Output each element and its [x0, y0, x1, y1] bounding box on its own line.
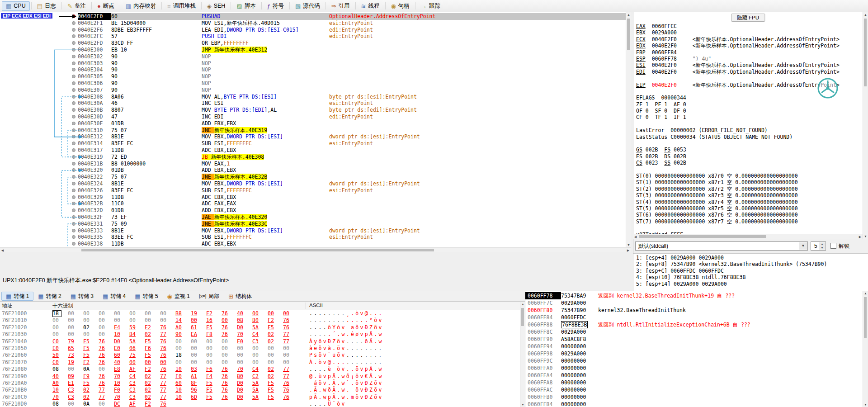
dump-byte[interactable]: 02	[145, 373, 160, 380]
register-line[interactable]: EDX 0040E2F0 <新年快乐样本.OptionalHeader.Addr…	[636, 43, 862, 49]
breakpoint-gutter[interactable]	[0, 94, 78, 100]
breakpoint-dot[interactable]	[72, 142, 75, 145]
dump-byte[interactable]: 96	[191, 387, 206, 393]
scroll-down-icon[interactable]: ▼	[863, 402, 868, 407]
dump-byte[interactable]: 18	[52, 310, 61, 317]
dump-byte[interactable]: F2	[145, 401, 160, 407]
argument-row[interactable]: 3: [esp+C] 0060FFDC 0060FFDC	[636, 268, 868, 274]
dump-byte[interactable]: DC	[114, 401, 129, 407]
dump-byte[interactable]: F9	[83, 373, 99, 380]
dump-ascii[interactable]: .Ã.wðÃ.w.–õvÐZõv	[309, 387, 383, 393]
dump-byte[interactable]: D0	[114, 338, 129, 345]
register-line[interactable]: CF 0 TF 1 IF 1	[636, 114, 862, 120]
dump-byte[interactable]: 00	[114, 310, 129, 317]
scrollbar-thumb[interactable]	[627, 19, 630, 50]
disasm-row[interactable]: 0040E32B11C0ADC EAX,EAX	[0, 200, 630, 207]
register-line[interactable]: ECX 0040E2F0 <新年快乐样本.OptionalHeader.Addr…	[636, 36, 862, 43]
disasm-row[interactable]: 0040E31711DBADC EBX,EBX	[0, 147, 630, 154]
dump-byte[interactable]: 77	[160, 373, 175, 380]
dump-byte[interactable]: 77	[283, 373, 298, 380]
dump-byte[interactable]: 00	[252, 359, 268, 366]
tab-log[interactable]: ▤日志	[33, 1, 60, 11]
dump-byte[interactable]: F5	[206, 324, 222, 331]
tab-notes[interactable]: ✎备注	[63, 1, 90, 11]
tab-trace[interactable]: →跟踪	[417, 1, 444, 11]
dump-byte[interactable]: 76	[160, 366, 175, 373]
dump-hex-bytes[interactable]: 5073F5766075F5761800000000000000	[52, 352, 298, 359]
dump-row[interactable]: 76F210D008000A00DCAFF276....Ü¯òv	[0, 401, 520, 407]
dump-byte[interactable]: C4	[252, 331, 268, 338]
dump-byte[interactable]: D0	[237, 380, 252, 387]
dump-byte[interactable]: C0	[52, 338, 68, 345]
dump-hex-bytes[interactable]: 4009F97670C40277F0A1F47680C20277	[52, 373, 298, 380]
register-line[interactable]: ST(5) 0000000000000000 x87r5 空 0.0000000…	[636, 205, 862, 212]
register-line[interactable]	[636, 140, 862, 147]
dump-byte[interactable]: 00	[83, 310, 99, 317]
dump-byte[interactable]: 16	[206, 317, 222, 324]
tab-breakpoints[interactable]: ●断点	[93, 1, 118, 11]
dump-byte[interactable]: 00	[83, 317, 99, 324]
dump-byte[interactable]: 10	[175, 366, 191, 373]
dump-byte[interactable]: 77	[160, 394, 175, 401]
dump-byte[interactable]: 00	[68, 317, 83, 324]
tab-locals[interactable]: [x=]局部	[194, 292, 224, 301]
dump-byte[interactable]: 09	[68, 373, 83, 380]
dump-byte[interactable]: 76	[222, 387, 237, 393]
breakpoint-gutter[interactable]	[0, 174, 78, 180]
disasm-row[interactable]: 0040E2F68DBE EB3FFFFFLEA EDI,DWORD PTR D…	[0, 27, 630, 33]
dump-byte[interactable]: 76	[160, 324, 175, 331]
dump-byte[interactable]: 00	[68, 324, 83, 331]
register-line[interactable]: EBX 0029A000	[636, 29, 862, 36]
dump-byte[interactable]: 70	[52, 394, 68, 401]
stack-row[interactable]: 0060FF7C0029A000	[525, 299, 863, 307]
tab-symbols[interactable]: ƒ符号	[263, 1, 288, 11]
breakpoint-dot[interactable]	[72, 48, 75, 52]
register-name[interactable]: SS	[664, 160, 670, 166]
dump-byte[interactable]: F5	[268, 380, 283, 387]
stack-row[interactable]: 0060FFA400000000	[525, 372, 863, 379]
breakpoint-dot[interactable]	[72, 242, 75, 246]
disasm-row[interactable]: 0040E32D01DBADD EBX,EBX	[0, 207, 630, 214]
dump-byte[interactable]: 76	[222, 331, 237, 338]
breakpoint-dot[interactable]	[72, 122, 75, 125]
breakpoint-gutter[interactable]	[0, 47, 78, 53]
breakpoint-gutter[interactable]	[0, 100, 78, 107]
register-line[interactable]: EBP 0060FF84	[636, 49, 862, 56]
dump-byte[interactable]: 00	[52, 324, 68, 331]
breakpoint-dot[interactable]	[72, 175, 75, 179]
dump-byte[interactable]: C3	[129, 387, 145, 393]
breakpoint-gutter[interactable]	[0, 214, 78, 221]
breakpoint-gutter[interactable]	[0, 133, 78, 140]
dump-row[interactable]: 76F210A0A0E1F57610C30277608FF576D05AF576…	[0, 380, 520, 387]
breakpoint-dot[interactable]	[72, 108, 75, 112]
dump-byte[interactable]: E1	[68, 380, 83, 387]
dump-hex-bytes[interactable]: 00000000000000001400160008B0F276	[52, 317, 298, 324]
dump-row[interactable]: 76F2101000000000000000001400160008B0F276…	[0, 317, 520, 324]
dump-byte[interactable]: 00	[191, 345, 206, 352]
dump-byte[interactable]: 76	[99, 352, 114, 359]
dump-byte[interactable]: 00	[160, 359, 175, 366]
dump-byte[interactable]: 5A	[252, 380, 268, 387]
register-line[interactable]: ST(1) 0000000000000000 x87r1 空 0.0000000…	[636, 179, 862, 185]
stack-row[interactable]: 0060FF8075347B90kernel32.BaseThreadInitT…	[525, 307, 863, 314]
dump-byte[interactable]: 60	[175, 380, 191, 387]
dump-byte[interactable]: 00	[99, 331, 114, 338]
dump-row[interactable]: 76F210001800000000000000B819F27640000000…	[0, 310, 520, 317]
dump-byte[interactable]: 65	[68, 345, 83, 352]
dump-byte[interactable]: 59	[129, 324, 145, 331]
dump-hex-bytes[interactable]: C079F576D05AF57600000000F0C30277	[52, 338, 298, 345]
dump-byte[interactable]: A1	[191, 373, 206, 380]
register-name[interactable]: DS	[664, 153, 670, 160]
breakpoint-gutter[interactable]	[0, 120, 78, 127]
dump-byte[interactable]: 03	[191, 366, 206, 373]
dump-byte[interactable]: F5	[145, 338, 160, 345]
dump-byte[interactable]: 60	[114, 352, 129, 359]
column-separator[interactable]	[306, 303, 306, 309]
dump-byte[interactable]: F4	[206, 373, 222, 380]
dump-byte[interactable]: 76	[222, 366, 237, 373]
dump-byte[interactable]: 76	[160, 338, 175, 345]
dump-byte[interactable]: F0	[175, 373, 191, 380]
dump-byte[interactable]: F5	[83, 380, 99, 387]
dump-byte[interactable]: 08	[237, 317, 252, 324]
breakpoint-dot[interactable]	[72, 81, 75, 85]
